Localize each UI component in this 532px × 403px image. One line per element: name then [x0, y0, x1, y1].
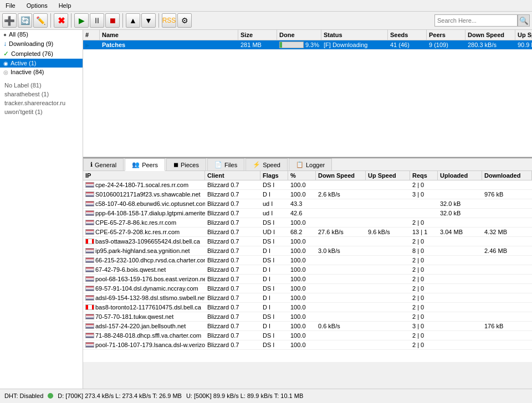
rss-button[interactable]: RSS [162, 13, 176, 28]
sidebar-item-completed[interactable]: ✓ Completed (76) [0, 49, 83, 59]
tab-general[interactable]: ℹ General [83, 158, 124, 170]
tab-pieces[interactable]: ◼ Pieces [166, 158, 206, 170]
peer-cell-client: Blizzard 0.7 [205, 237, 260, 246]
search-submit-button[interactable]: 🔍 [518, 14, 530, 27]
peers-col-down[interactable]: Down Speed [316, 171, 366, 180]
peers-col-pct[interactable]: % [288, 171, 316, 180]
peers-row[interactable]: 66-215-232-100.dhcp.rvsd.ca.charter.com … [83, 256, 532, 265]
tab-logger[interactable]: 📋 Logger [289, 158, 332, 170]
tab-peers[interactable]: 👥 Peers [125, 158, 165, 171]
peers-row[interactable]: adsl-157-24-220.jan.bellsouth.net Blizza… [83, 322, 532, 331]
peers-col-downloaded[interactable]: Downloaded [482, 171, 532, 180]
peer-cell-down [316, 259, 366, 261]
peers-col-flags[interactable]: Flags [260, 171, 288, 180]
remove-button[interactable]: ✖ [54, 13, 68, 28]
active-icon: ◉ [3, 60, 8, 66]
peer-cell-up [366, 184, 410, 186]
peer-cell-flags: ud I [260, 199, 288, 208]
sidebar-label-uwon[interactable]: uwon'tgetit (1) [0, 107, 83, 116]
peers-row[interactable]: cpe-24-24-180-71.socal.res.rr.com Blizza… [83, 180, 532, 190]
col-header-name[interactable]: Name [100, 30, 238, 40]
peers-row[interactable]: 70-57-70-181.tukw.qwest.net Blizzard 0.7… [83, 312, 532, 322]
peer-cell-flags: D I [260, 293, 288, 302]
peers-row[interactable]: adsl-69-154-132-98.dsl.stlsmo.swbell.net… [83, 293, 532, 303]
peers-row[interactable]: pool-71-108-107-179.lsanca.dsl-w.verizon… [83, 340, 532, 350]
col-header-peers[interactable]: Peers [427, 30, 466, 40]
col-header-size[interactable]: Size [238, 30, 277, 40]
torrent-row-patches[interactable]: ▶ Patches 281 MB 9.3% [F] Downloading 41… [83, 40, 532, 50]
pieces-tab-label: Pieces [181, 162, 199, 168]
tab-files[interactable]: 📄 Files [207, 158, 244, 170]
torrent-progress-bar [279, 42, 304, 48]
peer-cell-pct: 100.0 [288, 218, 316, 227]
sidebar-label-sharereactor[interactable]: tracker.sharereactor.ru [0, 99, 83, 107]
speed-tab-icon: ⚡ [253, 161, 260, 168]
tab-bar: ℹ General 👥 Peers ◼ Pieces 📄 Files ⚡ [83, 158, 532, 171]
settings-button[interactable]: ⚙ [177, 13, 192, 28]
peer-cell-ip: pool-68-163-159-176.bos.east.verizon.net [83, 275, 205, 283]
col-header-upspeed[interactable]: Up Speed [515, 30, 532, 40]
peers-col-ip[interactable]: IP [83, 171, 205, 180]
peer-cell-client: Blizzard 0.7 [205, 303, 260, 312]
peers-row[interactable]: 67-42-79-6.bois.qwest.net Blizzard 0.7 D… [83, 265, 532, 275]
tab-speed[interactable]: ⚡ Speed [245, 158, 288, 170]
peers-row[interactable]: CPE-65-27-9-208.kc.res.rr.com Blizzard 0… [83, 228, 532, 237]
general-tab-label: General [95, 162, 116, 168]
add-torrent-button[interactable]: ➕ [2, 13, 17, 28]
search-input[interactable] [434, 14, 518, 27]
peers-row[interactable]: ip95.park-highland.sea.ygnition.net Bliz… [83, 246, 532, 256]
peers-row[interactable]: c58-107-40-68.eburwd6.vic.optusnet.com.a… [83, 199, 532, 209]
sidebar-label-all: All (85) [9, 31, 28, 38]
sidebar-item-all[interactable]: ● All (85) [0, 30, 83, 39]
col-header-hash[interactable]: # [83, 30, 100, 40]
peer-cell-uploaded [438, 268, 482, 271]
sidebar-item-inactive[interactable]: ◎ Inactive (84) [0, 68, 83, 76]
menu-help[interactable]: Help [55, 1, 75, 10]
peer-cell-downloaded [482, 240, 532, 242]
peers-row[interactable]: ppp-64-108-158-17.dialup.lgtpmi.ameritec… [83, 209, 532, 218]
peers-row[interactable]: S01060012171a9f23.vs.shawcable.net Blizz… [83, 190, 532, 199]
col-header-done[interactable]: Done [277, 30, 321, 40]
peers-row[interactable]: bas8-toronto12-1177610475.dsl.bell.ca Bl… [83, 303, 532, 312]
move-up-button[interactable]: ▲ [126, 13, 140, 28]
peer-cell-client: Blizzard 0.7 [205, 340, 260, 349]
peer-cell-reqs: 2 | 0 [410, 218, 438, 227]
flag-icon [85, 295, 94, 301]
start-button[interactable]: ▶ [74, 13, 89, 28]
col-header-seeds[interactable]: Seeds [388, 30, 427, 40]
col-header-downspeed[interactable]: Down Speed [466, 30, 515, 40]
add-url-button[interactable]: 🔄 [18, 13, 32, 28]
sidebar-label-active: Active (1) [11, 60, 36, 66]
peers-row[interactable]: CPE-65-27-8-86.kc.res.rr.com Blizzard 0.… [83, 218, 532, 228]
peer-cell-down [316, 221, 366, 224]
move-down-button[interactable]: ▼ [141, 13, 156, 28]
sidebar-item-downloading[interactable]: ↓ Downloading (9) [0, 39, 83, 49]
col-header-status[interactable]: Status [321, 30, 388, 40]
pause-button[interactable]: ⏸ [90, 13, 104, 28]
torrent-list[interactable]: # Name Size Done Status Seeds Peers Down… [83, 30, 532, 157]
peers-col-client[interactable]: Client [205, 171, 260, 180]
menu-file[interactable]: File [2, 1, 19, 10]
stop-button[interactable]: ⏹ [105, 13, 120, 28]
sidebar-item-active[interactable]: ◉ Active (1) [0, 59, 83, 68]
menu-options[interactable]: Options [23, 1, 51, 10]
peers-col-up[interactable]: Up Speed [366, 171, 410, 180]
peer-cell-downloaded [482, 212, 532, 214]
peer-cell-reqs: 2 | 0 [410, 284, 438, 293]
peer-cell-pct: 100.0 [288, 340, 316, 349]
peers-row[interactable]: 71-88-248-018.dhcp.sffl.va.charter.com B… [83, 331, 532, 340]
sidebar-label-sharathebest[interactable]: sharathebest (1) [0, 90, 83, 99]
statusbar-upload: U: [500K] 89.9 kB/s L: 89.9 kB/s T: 10.1… [186, 392, 303, 399]
peers-row[interactable]: pool-68-163-159-176.bos.east.verizon.net… [83, 275, 532, 284]
sidebar-label-nolabel[interactable]: No Label (81) [0, 81, 83, 90]
peers-col-reqs[interactable]: Reqs [410, 171, 438, 180]
peers-col-uploaded[interactable]: Uploaded [438, 171, 482, 180]
peer-ip-text: 71-88-248-018.dhcp.sffl.va.charter.com [95, 332, 201, 339]
peers-row[interactable]: bas9-ottawa23-1096655424.dsl.bell.ca Bli… [83, 237, 532, 246]
peer-cell-ip: cpe-24-24-180-71.socal.res.rr.com [83, 180, 205, 189]
peers-row[interactable]: 69-57-91-104.dsl.dynamic.nccray.com Bliz… [83, 284, 532, 293]
create-torrent-button[interactable]: ✏️ [33, 13, 48, 28]
peer-cell-pct: 43.3 [288, 199, 316, 208]
peer-cell-ip: 70-57-70-181.tukw.qwest.net [83, 312, 205, 321]
peers-table[interactable]: IP Client Flags % Down Speed Up Speed Re… [83, 171, 532, 362]
